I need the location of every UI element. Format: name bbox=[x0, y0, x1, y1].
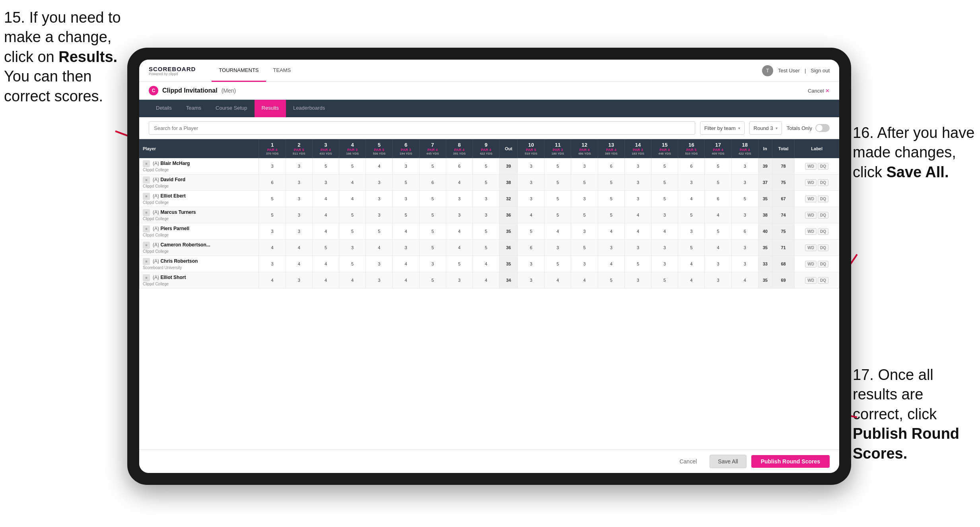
hole-6-score[interactable]: 4 bbox=[393, 272, 419, 289]
sign-out-link[interactable]: Sign out bbox=[811, 68, 830, 74]
hole-3-score[interactable]: 4 bbox=[312, 272, 339, 289]
hole-18-score[interactable]: 3 bbox=[731, 256, 758, 272]
totals-only-toggle[interactable] bbox=[815, 124, 830, 132]
hole-13-score[interactable]: 5 bbox=[598, 272, 624, 289]
hole-5-score[interactable]: 3 bbox=[366, 191, 393, 207]
hole-16-score[interactable]: 4 bbox=[678, 256, 705, 272]
dq-button[interactable]: DQ bbox=[818, 163, 828, 170]
hole-16-score[interactable]: 4 bbox=[678, 191, 705, 207]
hole-16-score[interactable]: 6 bbox=[678, 158, 705, 174]
hole-14-score[interactable]: 3 bbox=[624, 174, 651, 191]
hole-1-score[interactable]: 5 bbox=[259, 191, 286, 207]
hole-6-score[interactable]: 5 bbox=[393, 207, 419, 223]
hole-10-score[interactable]: 3 bbox=[518, 256, 544, 272]
hole-3-score[interactable]: 4 bbox=[312, 223, 339, 240]
search-input[interactable] bbox=[149, 121, 695, 135]
hole-1-score[interactable]: 3 bbox=[259, 158, 286, 174]
hole-14-score[interactable]: 3 bbox=[624, 240, 651, 256]
hole-12-score[interactable]: 3 bbox=[571, 191, 598, 207]
hole-16-score[interactable]: 5 bbox=[678, 207, 705, 223]
hole-12-score[interactable]: 4 bbox=[571, 272, 598, 289]
hole-7-score[interactable]: 5 bbox=[419, 272, 446, 289]
hole-8-score[interactable]: 4 bbox=[446, 174, 472, 191]
hole-5-score[interactable]: 3 bbox=[366, 174, 393, 191]
hole-18-score[interactable]: 5 bbox=[731, 191, 758, 207]
hole-4-score[interactable]: 5 bbox=[339, 256, 366, 272]
hole-6-score[interactable]: 3 bbox=[393, 191, 419, 207]
hole-14-score[interactable]: 4 bbox=[624, 223, 651, 240]
hole-11-score[interactable]: 5 bbox=[544, 158, 571, 174]
hole-15-score[interactable]: 3 bbox=[651, 207, 678, 223]
hole-17-score[interactable]: 6 bbox=[705, 191, 731, 207]
hole-6-score[interactable]: 3 bbox=[393, 158, 419, 174]
cancel-footer-button[interactable]: Cancel bbox=[671, 455, 705, 468]
hole-3-score[interactable]: 3 bbox=[312, 174, 339, 191]
hole-13-score[interactable]: 6 bbox=[598, 158, 624, 174]
hole-15-score[interactable]: 5 bbox=[651, 158, 678, 174]
hole-11-score[interactable]: 3 bbox=[544, 240, 571, 256]
hole-11-score[interactable]: 5 bbox=[544, 207, 571, 223]
wd-button[interactable]: WD bbox=[805, 179, 817, 186]
hole-7-score[interactable]: 5 bbox=[419, 158, 446, 174]
hole-15-score[interactable]: 4 bbox=[651, 223, 678, 240]
hole-14-score[interactable]: 3 bbox=[624, 158, 651, 174]
hole-12-score[interactable]: 5 bbox=[571, 174, 598, 191]
round-dropdown[interactable]: Round 3 ▾ bbox=[749, 121, 782, 135]
hole-12-score[interactable]: 5 bbox=[571, 240, 598, 256]
hole-7-score[interactable]: 3 bbox=[419, 256, 446, 272]
hole-8-score[interactable]: 4 bbox=[446, 223, 472, 240]
hole-14-score[interactable]: 3 bbox=[624, 272, 651, 289]
hole-9-score[interactable]: 3 bbox=[472, 191, 499, 207]
hole-4-score[interactable]: 4 bbox=[339, 272, 366, 289]
hole-7-score[interactable]: 5 bbox=[419, 191, 446, 207]
hole-5-score[interactable]: 4 bbox=[366, 158, 393, 174]
save-all-button[interactable]: Save All bbox=[710, 455, 747, 468]
hole-18-score[interactable]: 3 bbox=[731, 207, 758, 223]
hole-9-score[interactable]: 5 bbox=[472, 174, 499, 191]
hole-17-score[interactable]: 3 bbox=[705, 272, 731, 289]
filter-by-team-dropdown[interactable]: Filter by team ▾ bbox=[700, 121, 745, 135]
hole-12-score[interactable]: 3 bbox=[571, 256, 598, 272]
hole-2-score[interactable]: 3 bbox=[286, 191, 312, 207]
hole-16-score[interactable]: 5 bbox=[678, 240, 705, 256]
nav-link-tournaments[interactable]: TOURNAMENTS bbox=[212, 60, 266, 82]
hole-5-score[interactable]: 5 bbox=[366, 223, 393, 240]
hole-18-score[interactable]: 4 bbox=[731, 272, 758, 289]
hole-1-score[interactable]: 5 bbox=[259, 207, 286, 223]
hole-14-score[interactable]: 5 bbox=[624, 256, 651, 272]
hole-7-score[interactable]: 5 bbox=[419, 207, 446, 223]
hole-10-score[interactable]: 6 bbox=[518, 240, 544, 256]
hole-17-score[interactable]: 5 bbox=[705, 158, 731, 174]
hole-5-score[interactable]: 3 bbox=[366, 272, 393, 289]
hole-1-score[interactable]: 3 bbox=[259, 223, 286, 240]
hole-15-score[interactable]: 5 bbox=[651, 272, 678, 289]
hole-4-score[interactable]: 3 bbox=[339, 240, 366, 256]
hole-12-score[interactable]: 3 bbox=[571, 223, 598, 240]
hole-12-score[interactable]: 3 bbox=[571, 158, 598, 174]
hole-6-score[interactable]: 4 bbox=[393, 256, 419, 272]
hole-15-score[interactable]: 5 bbox=[651, 174, 678, 191]
hole-4-score[interactable]: 4 bbox=[339, 174, 366, 191]
hole-1-score[interactable]: 3 bbox=[259, 256, 286, 272]
hole-7-score[interactable]: 5 bbox=[419, 240, 446, 256]
hole-18-score[interactable]: 3 bbox=[731, 158, 758, 174]
dq-button[interactable]: DQ bbox=[818, 212, 828, 219]
hole-4-score[interactable]: 5 bbox=[339, 207, 366, 223]
hole-11-score[interactable]: 4 bbox=[544, 272, 571, 289]
cancel-button[interactable]: Cancel ✕ bbox=[808, 87, 830, 94]
hole-3-score[interactable]: 4 bbox=[312, 256, 339, 272]
hole-6-score[interactable]: 4 bbox=[393, 223, 419, 240]
hole-9-score[interactable]: 4 bbox=[472, 256, 499, 272]
hole-3-score[interactable]: 4 bbox=[312, 207, 339, 223]
hole-13-score[interactable]: 5 bbox=[598, 207, 624, 223]
hole-7-score[interactable]: 5 bbox=[419, 223, 446, 240]
dq-button[interactable]: DQ bbox=[818, 179, 828, 186]
hole-4-score[interactable]: 4 bbox=[339, 191, 366, 207]
tab-leaderboards[interactable]: Leaderboards bbox=[286, 100, 332, 117]
hole-14-score[interactable]: 3 bbox=[624, 191, 651, 207]
tab-course-setup[interactable]: Course Setup bbox=[208, 100, 255, 117]
hole-8-score[interactable]: 6 bbox=[446, 158, 472, 174]
nav-link-teams[interactable]: TEAMS bbox=[266, 60, 298, 82]
wd-button[interactable]: WD bbox=[805, 261, 817, 267]
hole-17-score[interactable]: 3 bbox=[705, 256, 731, 272]
